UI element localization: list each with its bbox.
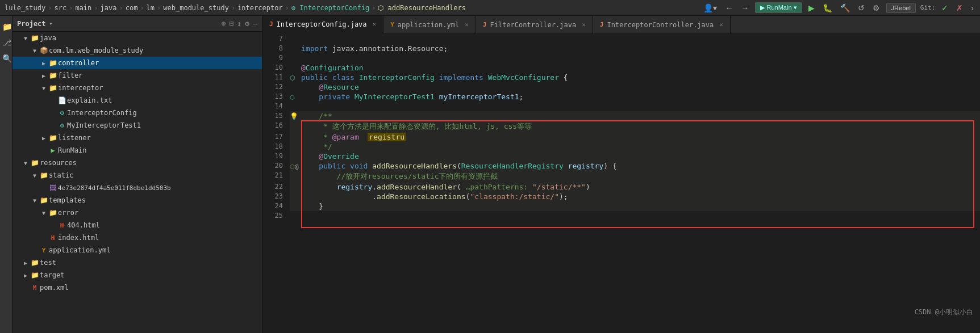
tree-item-static[interactable]: ▼ 📁 static bbox=[12, 169, 262, 182]
bc-com: com bbox=[126, 4, 138, 12]
sidebar-icon-gear[interactable]: ⚙ bbox=[245, 19, 249, 28]
tree-item-test[interactable]: ▶ 📁 test bbox=[12, 256, 262, 269]
tab-interceptorcontroller[interactable]: J InterceptorController.java ✕ bbox=[593, 16, 731, 34]
tree-item-java[interactable]: ▼ 📁 java bbox=[12, 32, 262, 44]
tab-close3[interactable]: ✕ bbox=[582, 21, 586, 28]
code-line-21: 21 //放开对resources/static下的所有资源拦截 bbox=[262, 171, 980, 182]
code-line-10: 10 @Configuration bbox=[262, 63, 980, 73]
tab-application[interactable]: Y application.yml ✕ bbox=[383, 16, 476, 34]
back-button[interactable]: ← bbox=[723, 3, 735, 12]
sidebar-icon-close[interactable]: — bbox=[253, 19, 257, 28]
vcs-button[interactable]: 👤▾ bbox=[702, 3, 719, 12]
file-config2-icon: ⚙ bbox=[57, 121, 67, 129]
code-scroll[interactable]: 7 8 import javax.annotation.Resource; 9 bbox=[262, 34, 980, 333]
tree-label-interceptorconfig: InterceptorConfig bbox=[67, 109, 257, 117]
project-icon[interactable]: 📁 bbox=[1, 20, 12, 33]
search-icon[interactable]: 🔍 bbox=[1, 52, 12, 65]
run-config-button[interactable]: ▶ RunMain ▾ bbox=[755, 2, 802, 13]
tab-filtercontroller[interactable]: J FilterController.java ✕ bbox=[476, 16, 593, 34]
tree-label-pom: pom.xml bbox=[40, 284, 257, 292]
tree-item-com[interactable]: ▼ 📦 com.lm.web_module_study bbox=[12, 44, 262, 57]
tree-item-target[interactable]: ▶ 📁 target bbox=[12, 269, 262, 281]
yaml-icon: Y bbox=[390, 21, 394, 28]
code-line-7: 7 bbox=[262, 34, 980, 44]
tab-close4[interactable]: ✕ bbox=[719, 21, 723, 28]
tree-item-listener[interactable]: ▶ 📁 listener bbox=[12, 132, 262, 144]
tree-item-404[interactable]: ▶ H 404.html bbox=[12, 219, 262, 231]
line-content-10: @Configuration bbox=[301, 63, 980, 73]
top-bar: lule_study › src › main › java › com › l… bbox=[0, 0, 980, 16]
sidebar-title: Project bbox=[17, 20, 46, 28]
file-img-icon: 🖼 bbox=[48, 184, 58, 192]
bean2-icon: ⬡ bbox=[290, 94, 295, 100]
line-num-22: 22 bbox=[262, 182, 290, 192]
tree-item-myinterceptor[interactable]: ▶ ⚙ MyInterceptorTest1 bbox=[12, 119, 262, 132]
forward-button[interactable]: → bbox=[739, 3, 750, 12]
gutter-9 bbox=[290, 53, 301, 63]
bc-java: java bbox=[101, 4, 117, 12]
code-line-11: 11 ⬡ public class InterceptorConfig impl… bbox=[262, 73, 980, 82]
build-button[interactable]: 🔨 bbox=[839, 3, 852, 12]
tree-item-interceptorconfig[interactable]: ▶ ⚙ InterceptorConfig bbox=[12, 107, 262, 119]
jrebel-button[interactable]: JRebel bbox=[886, 3, 916, 13]
tree-item-explain[interactable]: ▶ 📄 explain.txt bbox=[12, 94, 262, 107]
activity-bar: 📁 ⎇ 🔍 bbox=[0, 16, 12, 333]
git-check[interactable]: ✓ bbox=[940, 3, 950, 12]
debug-button[interactable]: 🐛 bbox=[821, 3, 834, 12]
code-line-9: 9 bbox=[262, 53, 980, 63]
tab-interceptorconfig[interactable]: J InterceptorConfig.java ✕ bbox=[262, 16, 383, 34]
lamp-icon[interactable]: 💡 bbox=[290, 112, 298, 120]
bc-interceptor: interceptor bbox=[237, 4, 282, 12]
folder-icon: 📁 bbox=[30, 34, 40, 42]
tree-label-controller: controller bbox=[58, 59, 257, 67]
line-num-10: 10 bbox=[262, 63, 290, 73]
gutter-10 bbox=[290, 63, 301, 73]
code-line-8: 8 import javax.annotation.Resource; bbox=[262, 44, 980, 53]
code-line-17: 17 * @param registru bbox=[262, 132, 980, 142]
tree-item-templates[interactable]: ▼ 📁 templates bbox=[12, 194, 262, 206]
settings-button[interactable]: ⚙ bbox=[871, 3, 882, 12]
breadcrumb-project: lule_study bbox=[5, 4, 45, 12]
tree-item-controller[interactable]: ▶ 📁 controller bbox=[12, 57, 262, 69]
gutter-11: ⬡ bbox=[290, 73, 301, 82]
file-yml-icon: Y bbox=[39, 247, 49, 254]
git-more[interactable]: › bbox=[969, 3, 975, 12]
tree-label-resources: resources bbox=[40, 159, 257, 167]
line-content-14 bbox=[301, 102, 980, 111]
sidebar-icon-sort[interactable]: ↕ bbox=[237, 19, 242, 28]
tree-item-filter[interactable]: ▶ 📁 filter bbox=[12, 69, 262, 82]
folder-blue-icon: 📦 bbox=[39, 47, 49, 54]
tree-label-404: 404.html bbox=[67, 221, 257, 229]
git-x[interactable]: ✗ bbox=[954, 3, 965, 12]
file-run-icon: ▶ bbox=[48, 146, 58, 154]
tree-item-interceptor[interactable]: ▼ 📁 interceptor bbox=[12, 82, 262, 94]
tree-item-index[interactable]: ▶ H index.html bbox=[12, 231, 262, 244]
tree-item-runmain[interactable]: ▶ ▶ RunMain bbox=[12, 144, 262, 157]
code-line-14: 14 bbox=[262, 102, 980, 111]
sidebar-icon-locate[interactable]: ⊕ bbox=[222, 19, 226, 28]
tree-label-static: static bbox=[49, 171, 257, 179]
tree-label-com: com.lm.web_module_study bbox=[49, 47, 257, 54]
run-button[interactable]: ▶ bbox=[807, 3, 816, 12]
tree-label-img: 4e73e2874df4a5e011f8dbe1dd503b bbox=[58, 184, 257, 192]
line-content-12: @Resource bbox=[301, 82, 980, 92]
tab-label: InterceptorConfig.java bbox=[277, 20, 367, 28]
folder-icon-filter: 📁 bbox=[48, 71, 58, 79]
tree-item-pom[interactable]: ▶ M pom.xml bbox=[12, 281, 262, 294]
line-content-11: public class InterceptorConfig implement… bbox=[301, 73, 980, 82]
commit-icon[interactable]: ⎇ bbox=[1, 36, 12, 49]
tab-close2[interactable]: ✕ bbox=[465, 21, 469, 28]
tree-item-error[interactable]: ▼ 📁 error bbox=[12, 206, 262, 219]
tab-close[interactable]: ✕ bbox=[373, 20, 377, 28]
refresh-button[interactable]: ↺ bbox=[856, 3, 866, 12]
tree-item-resources[interactable]: ▼ 📁 resources bbox=[12, 157, 262, 169]
gutter-15: 💡 bbox=[290, 111, 301, 121]
line-num-23: 23 bbox=[262, 192, 290, 201]
sidebar-icon-collapse[interactable]: ⊟ bbox=[230, 19, 234, 28]
tab-label-ic: InterceptorController.java bbox=[607, 21, 714, 29]
line-content-17: * @param registru bbox=[301, 132, 980, 142]
tree-item-appyml[interactable]: ▶ Y application.yml bbox=[12, 244, 262, 256]
git-label: Git: bbox=[920, 4, 936, 11]
tree-item-img[interactable]: ▶ 🖼 4e73e2874df4a5e011f8dbe1dd503b bbox=[12, 182, 262, 194]
line-content-9 bbox=[301, 53, 980, 63]
